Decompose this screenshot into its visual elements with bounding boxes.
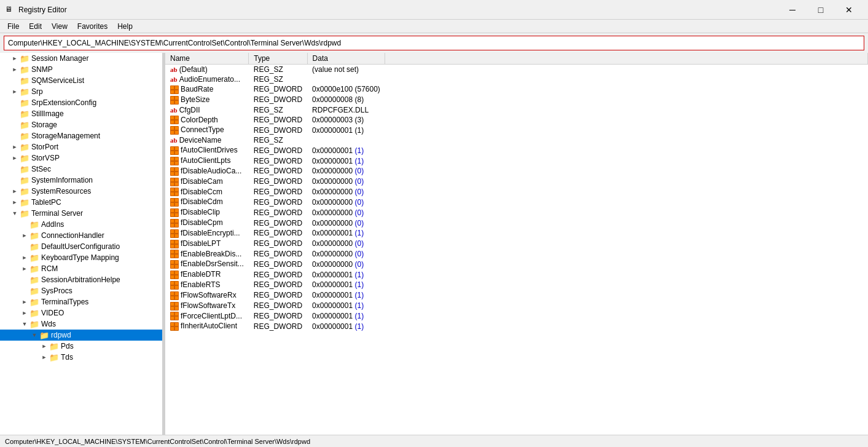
- tree-item[interactable]: 📁StSec: [0, 164, 162, 175]
- tree-item[interactable]: ►📁SystemResources: [0, 186, 162, 197]
- table-row[interactable]: fFlowSoftwareTxREG_DWORD0x00000001 (1): [165, 301, 868, 311]
- cell-type: REG_DWORD: [249, 269, 307, 280]
- expand-icon[interactable]: [10, 164, 20, 174]
- table-row[interactable]: fEnableBreakDis...REG_DWORD0x00000000 (0…: [165, 249, 868, 259]
- expand-icon[interactable]: ►: [10, 53, 20, 63]
- tree-item[interactable]: 📁AddIns: [0, 219, 162, 230]
- tree-item[interactable]: ►📁TabletPC: [0, 197, 162, 208]
- menu-item-favorites[interactable]: Favorites: [72, 21, 112, 32]
- tree-item[interactable]: 📁SQMServiceList: [0, 75, 162, 86]
- tree-item[interactable]: 📁SessionArbitrationHelpe: [0, 274, 162, 285]
- cell-name-text: fFlowSoftwareRx: [181, 291, 237, 299]
- tree-item[interactable]: ►📁StorVSP: [0, 152, 162, 164]
- table-row[interactable]: fEnableDTRREG_DWORD0x00000001 (1): [165, 269, 868, 280]
- table-row[interactable]: abDeviceNameREG_SZ: [165, 135, 868, 145]
- tree-item[interactable]: ►📁VIDEO: [0, 307, 162, 318]
- tree-item[interactable]: ►📁SNMP: [0, 64, 162, 75]
- table-row[interactable]: fInheritAutoClientREG_DWORD0x00000001 (1…: [165, 321, 868, 331]
- table-row[interactable]: fDisableLPTREG_DWORD0x00000000 (0): [165, 239, 868, 249]
- menu-item-help[interactable]: Help: [112, 21, 138, 32]
- tree-item[interactable]: 📁SystemInformation: [0, 175, 162, 186]
- expand-icon[interactable]: [10, 175, 20, 185]
- expand-icon[interactable]: ►: [20, 308, 29, 318]
- expand-icon[interactable]: [20, 286, 29, 296]
- tree-item[interactable]: 📁Storage: [0, 119, 162, 130]
- tree-item[interactable]: ►📁Session Manager: [0, 53, 162, 64]
- expand-icon[interactable]: ►: [10, 153, 20, 163]
- expand-icon[interactable]: ►: [10, 87, 20, 97]
- expand-icon[interactable]: [20, 220, 29, 229]
- table-row[interactable]: fDisableCamREG_DWORD0x00000000 (0): [165, 176, 868, 187]
- expand-icon[interactable]: ►: [39, 352, 49, 362]
- expand-icon[interactable]: ►: [10, 142, 20, 152]
- expand-icon[interactable]: ►: [10, 197, 20, 207]
- table-row[interactable]: abCfgDIIREG_SZRDPCFGEX.DLL: [165, 105, 868, 115]
- table-row[interactable]: fDisableClipREG_DWORD0x00000000 (0): [165, 207, 868, 218]
- folder-icon: 📁: [29, 275, 39, 285]
- table-row[interactable]: fAutoClientDrivesREG_DWORD0x00000001 (1): [165, 145, 868, 156]
- tree-item[interactable]: 📁SrpExtensionConfig: [0, 97, 162, 108]
- tree-item[interactable]: ►📁KeyboardType Mapping: [0, 252, 162, 263]
- folder-icon: 📁: [29, 253, 39, 263]
- table-row[interactable]: fDisableEncrypti...REG_DWORD0x00000001 (…: [165, 228, 868, 239]
- expand-icon[interactable]: ►: [20, 253, 29, 263]
- svg-rect-91: [171, 292, 174, 295]
- table-row[interactable]: fDisableCpmREG_DWORD0x00000000 (0): [165, 218, 868, 228]
- expand-icon[interactable]: [10, 109, 20, 119]
- maximize-button[interactable]: □: [807, 0, 835, 20]
- tree-item[interactable]: 📁StillImage: [0, 108, 162, 119]
- menu-item-file[interactable]: File: [2, 21, 24, 32]
- tree-item[interactable]: ▼📁rdpwd: [0, 330, 162, 341]
- table-row[interactable]: abAudioEnumerato...REG_SZ: [165, 74, 868, 84]
- tree-item[interactable]: ▼📁Terminal Server: [0, 208, 162, 219]
- table-row[interactable]: fForceClientLptD...REG_DWORD0x00000001 (…: [165, 311, 868, 322]
- tree-item[interactable]: ►📁Srp: [0, 86, 162, 97]
- minimize-button[interactable]: ─: [778, 0, 807, 20]
- table-row[interactable]: fAutoClientLptsREG_DWORD0x00000001 (1): [165, 156, 868, 166]
- expand-icon[interactable]: [10, 76, 20, 85]
- expand-icon[interactable]: ▼: [10, 208, 20, 218]
- expand-icon[interactable]: [10, 98, 20, 108]
- expand-icon[interactable]: ►: [10, 65, 20, 74]
- tree-item-label: Session Manager: [31, 54, 88, 63]
- tree-item[interactable]: ►📁Tds: [0, 352, 162, 363]
- tree-item[interactable]: ►📁StorPort: [0, 141, 162, 152]
- tree-item[interactable]: 📁SysProcs: [0, 285, 162, 296]
- table-row[interactable]: ab(Default)REG_SZ(value not set): [165, 65, 868, 75]
- cell-data: (value not set): [307, 65, 385, 75]
- tree-item[interactable]: 📁StorageManagement: [0, 130, 162, 141]
- tree-item[interactable]: ►📁TerminalTypes: [0, 296, 162, 307]
- expand-icon[interactable]: ▼: [20, 319, 29, 329]
- menu-item-view[interactable]: View: [47, 21, 72, 32]
- expand-icon[interactable]: ►: [20, 264, 29, 274]
- tree-item[interactable]: 📁DefaultUserConfiguratio: [0, 241, 162, 252]
- table-row[interactable]: BaudRateREG_DWORD0x0000e100 (57600): [165, 84, 868, 95]
- table-row[interactable]: fDisableCcmREG_DWORD0x00000000 (0): [165, 187, 868, 197]
- table-row[interactable]: ByteSizeREG_DWORD0x00000008 (8): [165, 95, 868, 105]
- tree-item[interactable]: ►📁ConnectionHandler: [0, 230, 162, 241]
- tree-item[interactable]: ▼📁Wds: [0, 318, 162, 330]
- table-row[interactable]: ConnectTypeREG_DWORD0x00000001 (1): [165, 125, 868, 135]
- expand-icon[interactable]: ►: [20, 231, 29, 240]
- close-button[interactable]: ✕: [835, 0, 863, 20]
- menu-item-edit[interactable]: Edit: [24, 21, 47, 32]
- table-row[interactable]: fEnableRTSREG_DWORD0x00000001 (1): [165, 280, 868, 290]
- expand-icon[interactable]: ▼: [29, 330, 39, 340]
- tree-item[interactable]: ►📁RCM: [0, 263, 162, 274]
- addressbar[interactable]: Computer\HKEY_LOCAL_MACHINE\SYSTEM\Curre…: [4, 36, 864, 50]
- expand-icon[interactable]: [20, 275, 29, 285]
- table-row[interactable]: ColorDepthREG_DWORD0x00000003 (3): [165, 115, 868, 125]
- expand-icon[interactable]: [10, 131, 20, 141]
- cell-name-text: fEnableDTR: [181, 270, 221, 279]
- expand-icon[interactable]: [20, 242, 29, 251]
- table-row[interactable]: fDisableCdmREG_DWORD0x00000000 (0): [165, 197, 868, 207]
- expand-icon[interactable]: [10, 120, 20, 130]
- expand-icon[interactable]: ►: [10, 186, 20, 196]
- expand-icon[interactable]: ►: [39, 341, 49, 351]
- expand-icon[interactable]: ►: [20, 297, 29, 307]
- folder-icon: 📁: [20, 165, 29, 174]
- table-row[interactable]: fDisableAudioCa...REG_DWORD0x00000000 (0…: [165, 166, 868, 176]
- table-row[interactable]: fEnableDsrSensit...REG_DWORD0x00000000 (…: [165, 259, 868, 269]
- table-row[interactable]: fFlowSoftwareRxREG_DWORD0x00000001 (1): [165, 290, 868, 301]
- tree-item[interactable]: ►📁Pds: [0, 341, 162, 352]
